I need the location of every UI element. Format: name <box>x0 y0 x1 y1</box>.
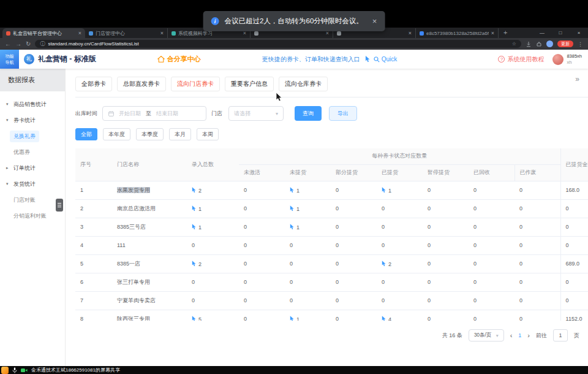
status-count-cell: 0 <box>331 218 377 236</box>
pagination: 共 16 条 30条/页 ▾ ‹ 1 › 前往 1 页 <box>75 329 579 342</box>
tab-title: 门店管理中心 <box>96 30 158 37</box>
total-count-cell[interactable]: 2 <box>187 254 239 273</box>
window-maximize-button[interactable]: □ <box>551 30 570 36</box>
export-button[interactable]: 导出 <box>329 106 357 121</box>
sidebar-item[interactable]: 分销返利对账 <box>0 208 65 224</box>
card-flow-tabs: 全部券卡总部直发券卡流向门店券卡重要客户信息流向仓库券卡 <box>75 77 588 97</box>
store-select[interactable]: 请选择 ▾ <box>228 106 284 121</box>
notification-close-icon[interactable]: × <box>372 17 377 26</box>
quick-filter-button[interactable]: 本周 <box>197 128 219 140</box>
quick-filter-button[interactable]: 本年度 <box>103 128 130 140</box>
window-close-button[interactable]: × <box>570 30 588 36</box>
page-unit-label: 页 <box>574 332 579 340</box>
store-name: 8385一店 <box>117 261 140 267</box>
caret-down-icon: ▾ <box>6 181 11 186</box>
total-count-cell[interactable]: 1 <box>187 218 239 236</box>
back-icon[interactable]: ← <box>5 41 11 47</box>
card-type-tab[interactable]: 总部直发券卡 <box>117 77 166 91</box>
mouse-cursor <box>276 93 283 102</box>
address-bar[interactable]: ⓘ standard.maboy.cn/CardFlowStatisticsLi… <box>35 40 521 48</box>
reload-icon[interactable]: ↻ <box>26 41 31 47</box>
function-nav-toggle[interactable]: 功能 导航 <box>0 50 19 69</box>
status-column-header: 已提货 <box>377 164 423 181</box>
sidebar-item[interactable]: 优惠券 <box>0 144 65 160</box>
status-count-cell[interactable]: 4 <box>377 310 423 321</box>
quick-filter-button[interactable]: 本月 <box>169 128 191 140</box>
browser-menu-icon[interactable]: ⋮ <box>578 41 583 47</box>
quick-filter-bar: 全部本年度本季度本月本周 <box>75 128 588 140</box>
table-row: 38385三号店101000000 <box>75 218 588 236</box>
tab-close-icon[interactable]: × <box>78 30 81 36</box>
total-count-cell[interactable]: 1 <box>187 199 239 218</box>
row-index: 1 <box>75 181 112 199</box>
expand-panel-icon[interactable]: » <box>575 75 579 83</box>
tab-close-icon[interactable]: × <box>491 30 494 36</box>
tab-favicon-icon <box>172 31 176 36</box>
status-count-cell: 0 <box>377 236 423 254</box>
window-minimize-button[interactable]: — <box>533 30 551 36</box>
extensions-icon[interactable] <box>536 41 542 47</box>
browser-profile-avatar[interactable] <box>546 40 553 47</box>
end-date-input[interactable]: 结束日期 <box>156 110 178 118</box>
caret-down-icon: ▾ <box>6 102 11 107</box>
download-icon[interactable] <box>526 41 532 47</box>
sidebar-group[interactable]: ▾券卡统计 <box>0 112 65 128</box>
sidebar-group[interactable]: ▾发货统计 <box>0 176 65 192</box>
table-row: 7宁夏羊肉专卖店000000000 <box>75 291 588 310</box>
tutorial-link[interactable]: ? 系统使用教程 <box>498 55 544 64</box>
table-row: 6张三打单专用000000000 <box>75 273 588 291</box>
prev-page-button[interactable]: ‹ <box>510 332 513 339</box>
new-tab-button[interactable]: + <box>503 29 507 36</box>
card-type-tab[interactable]: 重要客户信息 <box>225 77 274 91</box>
goto-page-input[interactable]: 1 <box>553 329 568 342</box>
quick-filter-button[interactable]: 本季度 <box>136 128 164 140</box>
status-count-cell: 0 <box>514 218 560 236</box>
page-size-select[interactable]: 30条/页 ▾ <box>469 329 504 342</box>
page-number[interactable]: 1 <box>518 332 521 338</box>
status-count-cell[interactable]: 1 <box>377 181 423 199</box>
bookmark-star-icon[interactable]: ☆ <box>512 41 516 47</box>
sidebar-group[interactable]: ▾商品销售统计 <box>0 96 65 112</box>
browser-update-button[interactable]: 更新 <box>557 40 573 47</box>
card-type-tab[interactable]: 流向门店券卡 <box>171 77 220 91</box>
camera-icon[interactable] <box>21 368 28 373</box>
browser-tab[interactable]: 门店管理中心× <box>85 28 168 38</box>
card-type-tab[interactable]: 流向仓库券卡 <box>279 77 328 91</box>
quick-filter-button[interactable]: 全部 <box>75 128 97 140</box>
card-type-tab[interactable]: 全部券卡 <box>75 77 112 91</box>
sidebar-collapse-handle[interactable] <box>56 199 63 212</box>
status-column-header: 未提货 <box>285 164 331 181</box>
start-date-input[interactable]: 开始日期 <box>119 110 141 118</box>
microphone-icon[interactable] <box>12 367 17 373</box>
status-count-cell[interactable]: 1 <box>285 199 331 218</box>
sidebar-group[interactable]: ▸订单统计 <box>0 160 65 176</box>
status-count-cell: 0 <box>514 236 560 254</box>
date-range-picker[interactable]: 开始日期 至 结束日期 <box>102 106 206 121</box>
browser-tab[interactable]: 礼盒营销平台管理中心× <box>2 28 85 38</box>
tab-favicon-icon <box>337 31 341 36</box>
forward-icon[interactable]: → <box>15 41 21 47</box>
meeting-app-icon[interactable] <box>1 367 9 374</box>
tab-close-icon[interactable]: × <box>160 30 164 36</box>
status-count-cell[interactable]: 1 <box>285 310 331 321</box>
user-menu[interactable]: 8385xh xh <box>552 53 582 66</box>
search-button[interactable]: 查询 <box>295 106 322 121</box>
tab-close-icon[interactable]: × <box>409 30 412 36</box>
total-count-cell[interactable]: 2 <box>187 181 239 199</box>
share-center-link[interactable]: 合分享中心 <box>157 55 201 64</box>
next-page-button[interactable]: › <box>527 332 530 339</box>
calendar-icon <box>108 111 114 116</box>
status-count-cell[interactable]: 2 <box>377 254 423 273</box>
total-count-cell[interactable]: 5 <box>187 310 239 321</box>
status-count-cell: 0 <box>469 291 514 310</box>
status-count-cell[interactable]: 1 <box>285 218 331 236</box>
site-info-icon[interactable]: ⓘ <box>40 40 45 47</box>
browser-tab[interactable]: e8c573980b1328a258fd2a6fl...× <box>416 28 499 38</box>
sidebar-item[interactable]: 兑换礼券 <box>0 128 65 144</box>
sidebar-item-label: 发货统计 <box>13 180 36 188</box>
table-row: 4111000000000 <box>75 236 588 254</box>
status-count-cell: 0 <box>514 273 560 291</box>
tab-favicon-icon <box>6 31 10 36</box>
quick-search-link[interactable]: Quick <box>374 56 398 63</box>
status-count-cell[interactable]: 1 <box>285 181 331 199</box>
